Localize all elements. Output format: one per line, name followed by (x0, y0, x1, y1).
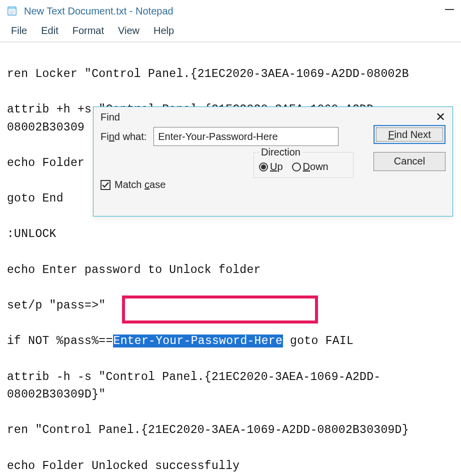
editor-line: ren Locker "Control Panel.{21EC2020-3AEA… (7, 68, 409, 80)
direction-down-radio[interactable]: Down (292, 161, 328, 172)
match-case-checkbox[interactable]: Match case (100, 179, 166, 190)
editor-line: attrib -h -s "Control Panel.{21EC2020-3A… (7, 370, 380, 384)
svg-point-4 (13, 8, 14, 8)
menu-file[interactable]: File (11, 25, 27, 36)
editor-text: if NOT %pass%== (7, 334, 113, 348)
menu-help[interactable]: Help (154, 25, 174, 36)
direction-legend: Direction (259, 146, 302, 158)
editor-line: :UNLOCK (7, 228, 56, 240)
window-titlebar: New Text Document.txt - Notepad (0, 0, 461, 22)
radio-icon (292, 162, 301, 172)
up-underline: U (270, 161, 277, 172)
checkbox-icon (100, 180, 110, 190)
down-underline: D (303, 161, 310, 172)
editor-line: 08002B30309 (7, 121, 84, 134)
find-dialog-title: Find (100, 112, 120, 123)
find-what-label: Find what: (100, 131, 146, 142)
svg-point-3 (11, 8, 12, 8)
find-dialog: Find ✕ Find what: Find Next Cancel Direc… (93, 106, 453, 216)
notepad-icon (6, 5, 18, 17)
editor-line: echo Enter password to Unlock folder (7, 264, 261, 276)
find-next-text: ind Next (394, 129, 430, 140)
menu-edit[interactable]: Edit (41, 25, 58, 36)
direction-group: Direction Up Down (254, 152, 354, 178)
cancel-button[interactable]: Cancel (374, 152, 446, 171)
radio-icon (259, 162, 268, 172)
editor-line: echo Folder (7, 156, 84, 170)
down-text: own (310, 161, 328, 172)
editor-line: 08002B30309D}" (7, 388, 106, 401)
editor-selection: Enter-Your-Password-Here (113, 334, 283, 348)
direction-up-radio[interactable]: Up (259, 161, 283, 172)
menu-view[interactable]: View (118, 25, 140, 36)
annotation-highlight-box (122, 296, 318, 324)
editor-line: if NOT %pass%==Enter-Your-Password-Here … (7, 334, 354, 348)
find-next-underline: F (388, 129, 394, 140)
editor-line: echo Folder Unlocked successfully (7, 460, 240, 472)
close-icon[interactable]: ✕ (436, 111, 446, 123)
svg-point-2 (10, 8, 10, 8)
find-what-input[interactable] (154, 127, 338, 146)
editor-line: set/p "pass=>" (7, 299, 106, 312)
window-title: New Text Document.txt - Notepad (24, 6, 174, 17)
minimize-button[interactable] (445, 9, 454, 10)
menubar: File Edit Format View Help (0, 22, 461, 42)
editor-line: ren "Control Panel.{21EC2020-3AEA-1069-A… (7, 424, 409, 436)
match-case-label: Match case (114, 179, 166, 190)
editor-text: goto FAIL (283, 334, 354, 348)
editor-line: goto End (7, 192, 64, 205)
up-text: p (277, 161, 282, 172)
find-dialog-body: Find what: Find Next Cancel Direction Up… (94, 125, 452, 212)
find-dialog-header: Find ✕ (94, 107, 452, 125)
find-next-button[interactable]: Find Next (374, 125, 446, 144)
menu-format[interactable]: Format (72, 25, 104, 36)
